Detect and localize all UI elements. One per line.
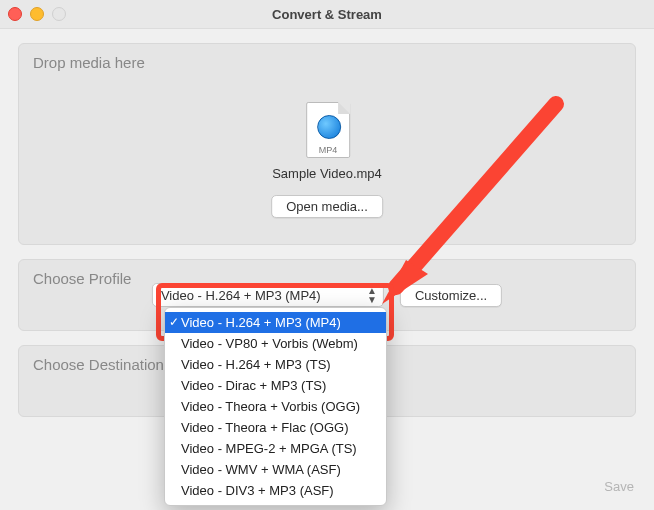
profile-option[interactable]: Video - H.264 + MP3 (TS) (165, 354, 386, 375)
traffic-lights (8, 7, 66, 21)
chevron-updown-icon: ▲▼ (367, 286, 377, 304)
profile-dropdown-menu[interactable]: Video - H.264 + MP3 (MP4)Video - VP80 + … (164, 307, 387, 506)
profile-option[interactable]: Video - Theora + Flac (OGG) (165, 417, 386, 438)
zoom-window-button[interactable] (52, 7, 66, 21)
save-button[interactable]: Save (604, 479, 634, 494)
window-title: Convert & Stream (272, 7, 382, 22)
profile-select-value: Video - H.264 + MP3 (MP4) (161, 288, 321, 303)
profile-option[interactable]: Video - H.264 + MP3 (MP4) (165, 312, 386, 333)
close-window-button[interactable] (8, 7, 22, 21)
quicktime-icon (317, 115, 341, 139)
drop-media-label: Drop media here (33, 54, 145, 71)
profile-option[interactable]: Video - WMV + WMA (ASF) (165, 459, 386, 480)
window: Convert & Stream Drop media here MP4 Sam… (0, 0, 654, 510)
open-media-button[interactable]: Open media... (271, 195, 383, 218)
profile-option[interactable]: Video - Theora + Vorbis (OGG) (165, 396, 386, 417)
drop-media-center: MP4 Sample Video.mp4 Open media... (271, 102, 383, 218)
profile-select[interactable]: Video - H.264 + MP3 (MP4) ▲▼ (152, 283, 384, 307)
titlebar: Convert & Stream (0, 0, 654, 29)
profile-option[interactable]: Video - VP80 + Vorbis (Webm) (165, 333, 386, 354)
file-name-label: Sample Video.mp4 (271, 166, 383, 181)
file-extension-label: MP4 (307, 145, 349, 155)
drop-media-section[interactable]: Drop media here MP4 Sample Video.mp4 Ope… (18, 43, 636, 245)
profile-option[interactable]: Video - Dirac + MP3 (TS) (165, 375, 386, 396)
customize-button[interactable]: Customize... (400, 284, 502, 307)
profile-option[interactable]: Video - DIV3 + MP3 (ASF) (165, 480, 386, 501)
profile-option[interactable]: Video - MPEG-2 + MPGA (TS) (165, 438, 386, 459)
minimize-window-button[interactable] (30, 7, 44, 21)
choose-profile-label: Choose Profile (33, 270, 131, 287)
file-icon: MP4 (306, 102, 348, 156)
choose-destination-label: Choose Destination (33, 356, 164, 373)
